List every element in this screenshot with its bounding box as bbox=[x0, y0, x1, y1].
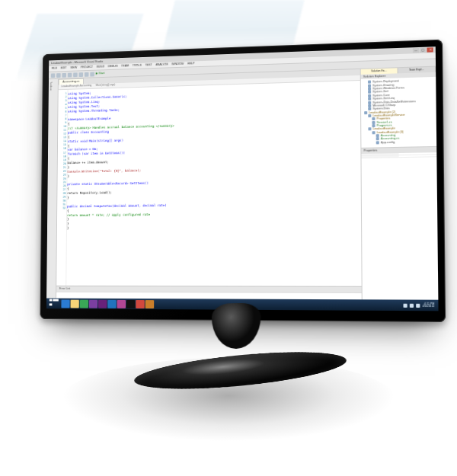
monitor-neck bbox=[195, 302, 277, 355]
clock[interactable]: 4:11 PM 4/16/2014 bbox=[422, 302, 434, 308]
taskbar-onenote-icon[interactable] bbox=[89, 299, 97, 308]
nav-member[interactable]: Main(string[] args) bbox=[96, 84, 115, 88]
taskbar-vs-icon[interactable] bbox=[117, 299, 126, 308]
taskbar-cmd-icon[interactable] bbox=[126, 299, 135, 308]
menu-team[interactable]: TEAM bbox=[121, 65, 129, 69]
start-button[interactable] bbox=[48, 298, 61, 310]
menu-analyze[interactable]: ANALYZE bbox=[155, 63, 168, 67]
minimize-button[interactable]: — bbox=[413, 48, 419, 53]
network-icon[interactable] bbox=[403, 303, 407, 307]
menu-file[interactable]: FILE bbox=[52, 67, 57, 70]
taskbar-outlook-icon[interactable] bbox=[107, 299, 116, 308]
back-icon[interactable] bbox=[51, 73, 56, 78]
system-tray[interactable]: 4:11 PM 4/16/2014 bbox=[403, 302, 436, 308]
taskbar-devenv-icon[interactable] bbox=[98, 299, 107, 308]
close-button[interactable]: ✕ bbox=[427, 47, 433, 52]
properties-panel[interactable]: Properties bbox=[361, 147, 438, 305]
solution-explorer[interactable]: Solution Explorer System.DeploymentSyste… bbox=[361, 72, 436, 149]
action-center-icon[interactable] bbox=[416, 303, 420, 307]
menu-project[interactable]: PROJECT bbox=[81, 65, 93, 69]
menu-view[interactable]: VIEW bbox=[70, 66, 77, 69]
code-editor[interactable]: 1234567891011121314151617181920212223242… bbox=[56, 81, 361, 286]
undo-icon[interactable] bbox=[85, 72, 89, 76]
line-numbers: 1234567891011121314151617181920212223242… bbox=[56, 90, 68, 286]
redo-icon[interactable] bbox=[90, 72, 94, 76]
maximize-button[interactable]: ▢ bbox=[420, 48, 426, 53]
taskbar-ie-icon[interactable] bbox=[61, 299, 69, 308]
new-icon[interactable] bbox=[62, 72, 66, 77]
clock-date: 4/16/2014 bbox=[422, 305, 434, 308]
menu-debug[interactable]: DEBUG bbox=[108, 65, 118, 69]
screen: LeadoutExample - Microsoft Visual Studio… bbox=[46, 46, 439, 311]
visual-studio-window: LeadoutExample - Microsoft Visual Studio… bbox=[46, 46, 439, 311]
taskbar-chrome-icon[interactable] bbox=[136, 300, 145, 308]
property-row[interactable] bbox=[361, 155, 436, 158]
taskbar-store-icon[interactable] bbox=[80, 299, 88, 308]
save-icon[interactable] bbox=[73, 72, 78, 77]
right-dock: Solution Ex… Team Expl… Solution Explore… bbox=[360, 67, 439, 305]
save-all-icon[interactable] bbox=[79, 72, 84, 77]
menu-window[interactable]: WINDOW bbox=[171, 62, 184, 66]
start-debug-button[interactable]: ▶ Start bbox=[96, 72, 105, 75]
nav-class[interactable]: LeadoutExample.Accounting bbox=[61, 85, 91, 88]
open-icon[interactable] bbox=[68, 72, 72, 77]
monitor: LeadoutExample - Microsoft Visual Studio… bbox=[40, 40, 446, 322]
menu-help[interactable]: HELP bbox=[187, 62, 195, 66]
taskbar-app-icon[interactable] bbox=[145, 300, 155, 308]
forward-icon[interactable] bbox=[56, 73, 61, 78]
volume-icon[interactable] bbox=[410, 303, 414, 307]
menu-build[interactable]: BUILD bbox=[97, 65, 104, 69]
menu-test[interactable]: TEST bbox=[145, 64, 152, 68]
menu-edit[interactable]: EDIT bbox=[61, 67, 67, 70]
menu-tools[interactable]: TOOLS bbox=[133, 64, 142, 68]
taskbar-explorer-icon[interactable] bbox=[71, 299, 79, 308]
